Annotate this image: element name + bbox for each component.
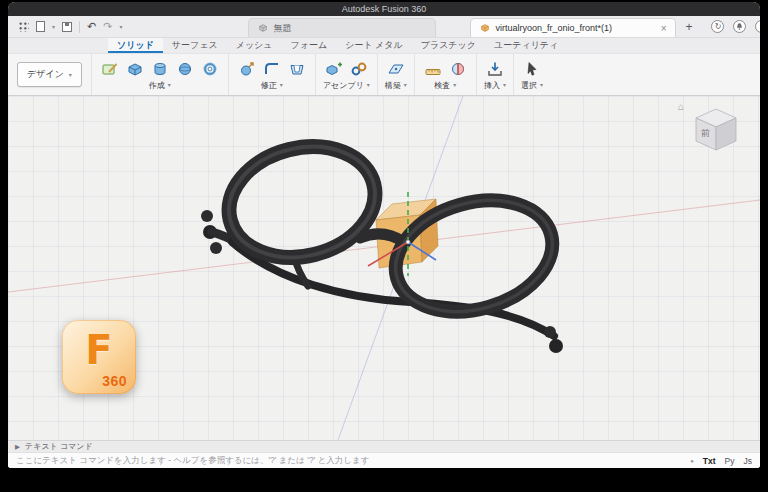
document-tab-active[interactable]: virtualryoon_fr_onio_front*(1) × [470, 18, 676, 37]
status-bar: ここにテキスト コマンドを入力します - ヘルプを参照するには、'?' または … [8, 452, 760, 468]
press-pull-icon[interactable] [236, 59, 258, 79]
tab-mesh[interactable]: メッシュ [227, 38, 282, 53]
top-chrome-row: ▾ ↶ ↷ ▾ 無題 virtualryoon_fr_onio_front*(1… [8, 16, 760, 38]
notification-bell-icon[interactable] [733, 20, 746, 33]
command-mode-switch: ● Txt Py Js [690, 456, 752, 466]
ribbon-group-inspect: 検査 ▾ [414, 54, 476, 95]
document-icon [480, 23, 490, 33]
text-command-panel[interactable]: ▶ テキスト コマンド [8, 440, 760, 452]
tab-utility[interactable]: ユーティリティ [485, 38, 567, 53]
group-label: 選択 [521, 80, 537, 91]
job-status-icon[interactable]: ↻ [711, 20, 724, 33]
fusion360-window: Autodesk Fusion 360 ▾ ↶ ↷ ▾ 無題 [8, 2, 760, 468]
file-icon[interactable] [36, 21, 45, 32]
window-title: Autodesk Fusion 360 [342, 4, 427, 14]
ribbon-group-assembly: アセンブリ ▾ [315, 54, 377, 95]
measure-icon[interactable] [422, 59, 444, 79]
app-grid-icon[interactable] [18, 21, 29, 32]
tab-surface[interactable]: サーフェス [163, 38, 227, 53]
joint-icon[interactable] [348, 59, 370, 79]
modify-tools [236, 59, 308, 79]
create-sketch-icon[interactable] [99, 59, 121, 79]
bell-icon [735, 22, 744, 31]
redo-icon[interactable]: ↷ [103, 21, 112, 32]
new-tab-button[interactable]: + [685, 20, 692, 34]
caret-down-icon: ▾ [280, 82, 283, 88]
document-tab-untitled[interactable]: 無題 [248, 18, 436, 37]
insert-dropdown[interactable]: 挿入 ▾ [484, 80, 506, 91]
document-tabstrip: 無題 virtualryoon_fr_onio_front*(1) × + ↻ [132, 16, 760, 37]
ribbon-group-create: 作成 ▾ [91, 54, 228, 95]
tab-solid[interactable]: ソリッド [108, 38, 163, 53]
help-icon[interactable]: ? [755, 20, 760, 33]
select-cursor-icon[interactable] [521, 59, 543, 79]
create-dropdown[interactable]: 作成 ▾ [149, 80, 171, 91]
logo-f-letter: F [85, 327, 112, 373]
file-menu-caret-icon[interactable]: ▾ [52, 24, 55, 30]
text-command-input[interactable]: ここにテキスト コマンドを入力します - ヘルプを参照するには、'?' または … [16, 455, 369, 467]
toolbar-divider [79, 21, 80, 33]
caret-down-icon: ▾ [404, 82, 407, 88]
fusion360-logo: F 360 [62, 320, 136, 394]
document-tab-label: 無題 [273, 22, 291, 35]
assembly-dropdown[interactable]: アセンブリ ▾ [323, 80, 370, 91]
assembly-tools [323, 59, 370, 79]
group-label: 修正 [261, 80, 277, 91]
close-tab-icon[interactable]: × [661, 23, 667, 34]
view-cube[interactable]: ⌂ 前 [680, 102, 746, 156]
ribbon-group-select: 選択 ▾ [513, 54, 550, 95]
box-icon[interactable] [124, 59, 146, 79]
viewport-canvas[interactable]: ⌂ 前 F 360 [8, 96, 760, 440]
sphere-icon[interactable] [174, 59, 196, 79]
tab-plastic[interactable]: プラスチック [412, 38, 485, 53]
section-analysis-icon[interactable] [447, 59, 469, 79]
tab-form[interactable]: フォーム [282, 38, 337, 53]
caret-down-icon: ▾ [168, 82, 171, 88]
ribbon-group-construct: 構築 ▾ [377, 54, 414, 95]
group-label: 検査 [434, 80, 450, 91]
save-icon[interactable] [62, 22, 72, 32]
mode-js[interactable]: Js [744, 456, 753, 466]
document-tab-label: virtualryoon_fr_onio_front*(1) [495, 23, 612, 33]
text-command-label: テキスト コマンド [25, 441, 93, 452]
view-cube-graphic[interactable]: 前 [680, 102, 746, 156]
mode-txt[interactable]: Txt [703, 456, 716, 466]
caret-down-icon: ▾ [367, 82, 370, 88]
redo-caret-icon[interactable]: ▾ [119, 24, 122, 30]
create-tools [99, 59, 221, 79]
workspace-caret-icon: ▾ [69, 72, 72, 78]
caret-down-icon: ▾ [503, 82, 506, 88]
insert-tools [484, 59, 506, 79]
ribbon-toolbar: デザイン ▾ 作成 [8, 54, 760, 96]
torus-icon[interactable] [199, 59, 221, 79]
ribbon-group-modify: 修正 ▾ [228, 54, 315, 95]
select-dropdown[interactable]: 選択 ▾ [521, 80, 543, 91]
workspace-selector[interactable]: デザイン ▾ [17, 62, 82, 87]
document-icon [258, 23, 268, 33]
caret-down-icon: ▾ [453, 82, 456, 88]
inspect-tools [422, 59, 469, 79]
ribbon-group-insert: 挿入 ▾ [476, 54, 513, 95]
workspace-label: デザイン [27, 68, 64, 81]
shell-icon[interactable] [286, 59, 308, 79]
new-component-icon[interactable] [323, 59, 345, 79]
tab-sheetmetal[interactable]: シート メタル [336, 38, 412, 53]
insert-icon[interactable] [484, 59, 506, 79]
construction-plane-icon[interactable] [385, 59, 407, 79]
group-label: アセンブリ [323, 80, 364, 91]
titlebar: Autodesk Fusion 360 [8, 2, 760, 16]
construct-tools [385, 59, 407, 79]
group-label: 挿入 [484, 80, 500, 91]
modify-dropdown[interactable]: 修正 ▾ [261, 80, 283, 91]
expand-arrow-icon[interactable]: ▶ [15, 443, 20, 451]
logo-360-text: 360 [102, 373, 127, 389]
cylinder-icon[interactable] [149, 59, 171, 79]
construct-dropdown[interactable]: 構築 ▾ [385, 80, 407, 91]
view-cube-front-label: 前 [701, 128, 710, 138]
inspect-dropdown[interactable]: 検査 ▾ [434, 80, 456, 91]
mode-py[interactable]: Py [725, 456, 735, 466]
undo-icon[interactable]: ↶ [87, 21, 96, 32]
ribbon-tabbar: ソリッド サーフェス メッシュ フォーム シート メタル プラスチック ユーティ… [8, 38, 760, 54]
fillet-icon[interactable] [261, 59, 283, 79]
home-view-icon[interactable]: ⌂ [678, 101, 684, 112]
